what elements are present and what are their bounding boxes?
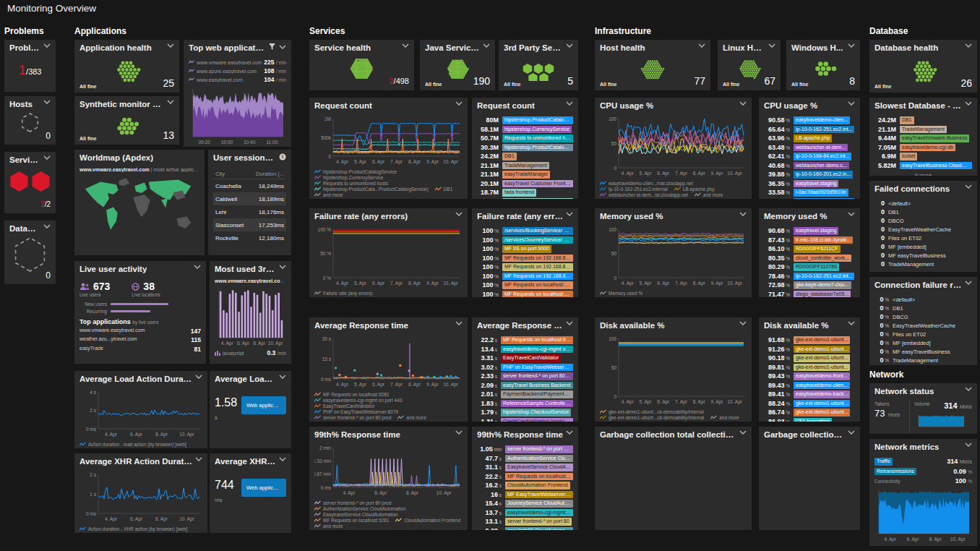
tile-hosts[interactable]: Hosts0: [4, 96, 56, 145]
list-item[interactable]: 0DB1: [874, 208, 972, 215]
list-item[interactable]: 7.05Measytraveldemo-cgi-db: [874, 144, 972, 152]
metric-chip[interactable]: Retransmissions: [874, 468, 916, 476]
list-item[interactable]: 80.29 %RD0003FF110786: [764, 263, 855, 271]
list-item[interactable]: 2.09 seasyTravel Business Backend: [477, 382, 573, 390]
tile-average-xhr-action-duration-chart[interactable]: Average XHR Action Duration2 s1 s0 ms4. …: [74, 453, 207, 533]
tile-service-health[interactable]: Service health2/498: [309, 40, 414, 90]
chevron-down-icon[interactable]: [848, 321, 855, 325]
chevron-down-icon[interactable]: [965, 443, 972, 447]
chevron-down-icon[interactable]: [739, 430, 747, 435]
list-item[interactable]: 89.43 %easytraveldemo-front...: [764, 372, 855, 380]
tile-average-response-time-list[interactable]: Average Response time22.2 sMF Requests o…: [472, 317, 578, 422]
tile-worldmap-apdex[interactable]: Worldmap (Apdex)www.vmware.easytravel.co…: [74, 150, 205, 255]
tile-database-health[interactable]: Database healthAll fine26: [869, 40, 977, 93]
list-item[interactable]: 21.1MTradeManagement: [874, 126, 972, 134]
list-item[interactable]: 63.48 %weblauncher-st-dem...: [764, 144, 855, 152]
list-item[interactable]: 1.79 shipstershop.CheckoutService: [477, 409, 573, 417]
list-item[interactable]: 21.1MTradeManagement: [477, 162, 573, 170]
list-item[interactable]: 3.31 sEasyTravelCardValidator: [477, 354, 573, 362]
chevron-down-icon[interactable]: [167, 43, 174, 48]
tile-request-count-chart[interactable]: Request count1M500k04. Apr5. Apr6. Apr7.…: [309, 98, 468, 199]
tile-application-health[interactable]: Application healthAll fine25: [74, 40, 179, 93]
chevron-down-icon[interactable]: [43, 100, 51, 104]
tile-3rd-party-services[interactable]: 3rd Party ServicesAll fine5: [499, 40, 578, 90]
chevron-down-icon[interactable]: [43, 224, 51, 228]
list-item[interactable]: 22.2 sMF Requests on localhost:9281: [477, 336, 573, 344]
list-item[interactable]: 91.26 %gke-ext-demo1-ubunt...: [764, 346, 855, 354]
chevron-down-icon[interactable]: [965, 43, 972, 48]
session-row[interactable]: Coachella18,249ms: [213, 179, 286, 193]
list-item[interactable]: 36.35 %easytravel.staging: [764, 180, 855, 188]
chevron-down-icon[interactable]: [848, 430, 855, 435]
list-item[interactable]: 20.1MeasyTravel Customer Frontend: [477, 180, 573, 188]
list-item[interactable]: 1.05 minserver frontend-* on port 80...: [477, 445, 573, 453]
chevron-down-icon[interactable]: [739, 101, 747, 106]
show-more[interactable]: 7 more: [874, 270, 972, 272]
chevron-down-icon[interactable]: [848, 212, 855, 216]
list-item[interactable]: 90.18 %gke-ext-demo1-ubunt...: [764, 354, 855, 362]
list-item[interactable]: 17.1Mhipstershop.CartService (grpc...: [477, 198, 573, 200]
tile-problems[interactable]: Problems1/383: [4, 40, 56, 92]
top-application-row[interactable]: www.vmware.easytravel.com147: [79, 328, 201, 335]
list-item[interactable]: 0<default>: [874, 200, 972, 207]
chevron-down-icon[interactable]: [455, 321, 463, 325]
list-item[interactable]: 100 %MF IIS on port 9000: [477, 245, 573, 253]
list-item[interactable]: 6.9Mlocket: [874, 153, 972, 161]
chevron-down-icon[interactable]: [965, 184, 972, 189]
chevron-down-icon[interactable]: [167, 100, 174, 104]
list-item[interactable]: 87.43 %lr-mic-108.cl.lab.dynatr...: [764, 236, 855, 244]
list-item[interactable]: 89.81 %gke-ext-demo1-ubunt...: [764, 364, 855, 372]
chevron-down-icon[interactable]: [566, 321, 573, 325]
tile-databases-problems[interactable]: Databa...0: [4, 221, 56, 284]
list-item[interactable]: 100 %MF Requests on localhost:9281: [477, 281, 573, 289]
chevron-down-icon[interactable]: [965, 101, 972, 106]
list-item[interactable]: 0 %DBCG: [874, 313, 972, 320]
list-item[interactable]: 21.1MeasyTradeManager: [477, 171, 573, 179]
tile-disk-available-list[interactable]: Disk available %91.68 %gke-ext-demo1-ubu…: [759, 317, 860, 422]
list-item[interactable]: 0MF [embedded]: [874, 243, 972, 250]
tile-user-sessions-query[interactable]: User sessions qu...iCityDuration (...Coa…: [208, 150, 291, 255]
list-item[interactable]: 22.2 sMF Requests on localhost:9281: [477, 473, 573, 481]
chevron-down-icon[interactable]: [566, 430, 573, 435]
list-item[interactable]: 40.68 %weblauncher-demo.c...: [764, 162, 855, 170]
web-application-button[interactable]: Web applicati...: [241, 396, 286, 414]
chevron-down-icon[interactable]: [698, 43, 705, 48]
tile-99th-response-time-chart[interactable]: 99th% Response time2 min1.33 min0.67 min…: [309, 427, 468, 530]
list-item[interactable]: 3.02 sPHP on EasyTravelWebserver:8...: [477, 364, 573, 372]
chevron-down-icon[interactable]: [768, 43, 775, 48]
chevron-down-icon[interactable]: [195, 375, 202, 379]
list-item[interactable]: 71.47 %diego_database/7e05...: [764, 291, 855, 298]
tile-live-user-activity[interactable]: Live user activity 673Live users 38Live …: [74, 261, 206, 364]
list-item[interactable]: 0DBCG: [874, 217, 972, 224]
web-application-button[interactable]: Web applicati...: [241, 479, 286, 497]
list-item[interactable]: 0TradeManagement: [874, 260, 972, 268]
list-item[interactable]: 0 %MF [embedded]: [874, 339, 972, 346]
tile-garbage-collection-small[interactable]: Garbage collection to...: [759, 427, 860, 530]
chevron-down-icon[interactable]: [848, 43, 855, 48]
tile-synthetic-monitor-health[interactable]: Synthetic monitor healthAll fine13: [74, 96, 179, 145]
chevron-down-icon[interactable]: [848, 101, 855, 106]
session-row[interactable]: Caldwell18,189ms: [213, 192, 286, 205]
tile-network-metrics[interactable]: Network metricsTraffic314 Mbit/sRetransm…: [869, 439, 977, 546]
application-row[interactable]: www.easytravel.com104 / min: [189, 76, 286, 83]
chevron-down-icon[interactable]: [455, 430, 463, 435]
session-row[interactable]: Siasconset17,253ms: [213, 218, 286, 231]
tile-linux-hosts[interactable]: Linux HostsAll fine67: [718, 40, 781, 90]
chevron-down-icon[interactable]: [194, 265, 201, 269]
list-item[interactable]: 24.2MDB1: [477, 153, 573, 161]
chevron-down-icon[interactable]: [566, 43, 573, 48]
list-item[interactable]: 62.41 %ip-10-0-166-64.ec2.int...: [764, 153, 855, 161]
tile-slowest-database[interactable]: Slowest Database - 99th...24.2MDB121.1MT…: [869, 98, 977, 176]
list-item[interactable]: 0 %TradeManagement: [874, 356, 972, 364]
tile-windows-hosts[interactable]: Windows H...All fine8: [786, 40, 860, 90]
list-item[interactable]: 24.2MDB1: [874, 116, 972, 124]
list-item[interactable]: 33.58 %i-0ac7daa0920d5910e: [764, 189, 855, 197]
session-row[interactable]: Lehi18,176ms: [213, 205, 286, 218]
tile-failure-rate-chart[interactable]: Failure rate (any errors)100 %50 %0 %4. …: [309, 208, 468, 297]
chevron-down-icon[interactable]: [279, 265, 286, 269]
chevron-down-icon[interactable]: [279, 45, 286, 49]
list-item[interactable]: 86.03 %CF1-tomcatjms: [764, 418, 855, 422]
list-item[interactable]: 0 %DB1: [874, 304, 972, 312]
list-item[interactable]: 39.88 %ip-10-0-160-201.ec2.in...: [764, 171, 855, 179]
chevron-down-icon[interactable]: [483, 43, 490, 48]
